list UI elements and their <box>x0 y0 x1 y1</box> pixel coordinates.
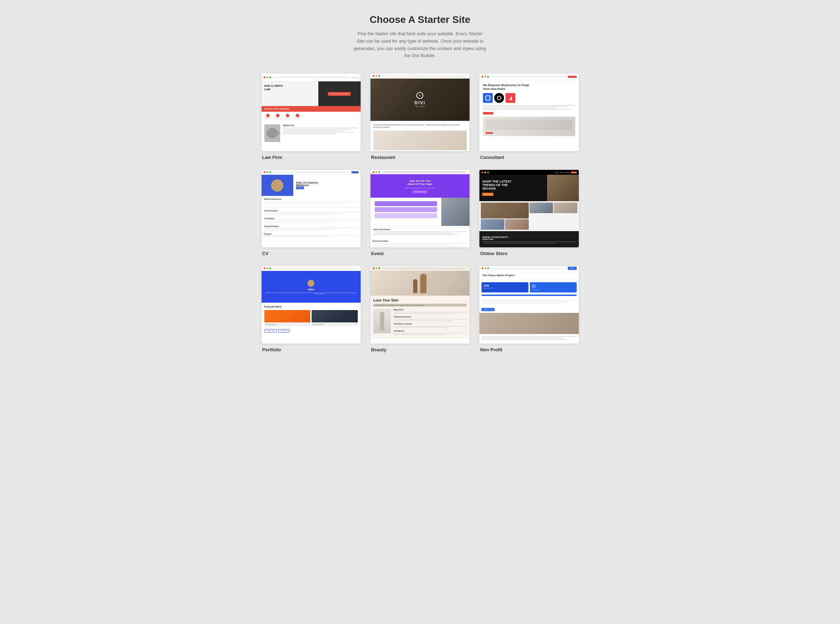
lf-hero: DOE & SMITHLAW GET A FREE CONSULTATION <box>261 81 360 106</box>
cv-contact-btn: CONTACT <box>296 186 304 189</box>
page-header: Choose A Starter Site Pick the starter s… <box>7 14 833 60</box>
card-online-store[interactable]: HOME SHOP ABOUT SHOP THE LATESTTRENDS OF… <box>480 170 579 256</box>
cv-exp: Senior Designer UX Designer Product Desi… <box>261 207 360 241</box>
beauty-content: Love Your Skin ★ Beautiful skin · Not a … <box>370 296 470 338</box>
np-stat-1: 1SM Gallons Per Mo. <box>481 282 528 292</box>
card-preview-restaurant: D DIVI — EST. 2021 — An award-winning di… <box>370 74 470 151</box>
beauty-marquee: ★ Beautiful skin · Not a Beautiful skin … <box>373 304 467 307</box>
cons-shapes <box>483 93 575 103</box>
cv-name: Hello, I'm CameronWilliamson <box>296 181 358 186</box>
card-preview-cv: Hello, I'm CameronWilliamson CONTACT Wor… <box>261 170 360 247</box>
np-stat-label-2: Communities <box>532 289 575 291</box>
os-hero: SHOP THE LATESTTRENDS OF THESEASON SHOP … <box>480 175 579 201</box>
np-stat-2: Communities <box>530 282 577 292</box>
card-preview-beauty: Love Your Skin ★ Beautiful skin · Not a … <box>370 266 470 343</box>
beauty-top <box>370 266 470 271</box>
card-event[interactable]: Join Us For TheEvent Of The Year! A spec… <box>370 170 470 256</box>
beauty-vitamin: Vitamin Enriched <box>394 316 467 318</box>
port-hero: Hello! My name is Brian, I'm a Senior Pr… <box>261 271 360 303</box>
ev-top <box>370 170 470 175</box>
rest-body: An award-winning dining experience in th… <box>370 121 470 151</box>
np-bottom <box>480 334 579 343</box>
lf-title: DOE & SMITHLAW <box>265 84 316 91</box>
card-consultant[interactable]: We Empower Businesses to ForgeTheir Own … <box>480 74 579 160</box>
port-item-2: Mirage Candle Co. <box>312 310 358 326</box>
cv-hero-right: Hello, I'm CameronWilliamson CONTACT <box>293 175 360 196</box>
os-banner: WHERE FASHION MEETSFUNCTION <box>480 231 579 247</box>
port-view-btn: VIEW ALL WORK <box>265 329 277 333</box>
np-donate-btn-top: DONATE <box>568 267 576 270</box>
card-label-beauty: Beauty <box>370 347 470 352</box>
port-btns: VIEW ALL WORK CONTACT ME <box>261 329 360 335</box>
lf-consult-btn: GET A FREE CONSULTATION <box>328 92 351 96</box>
beauty-hero-img <box>370 271 470 296</box>
port-item-1-label: Trendy Beauty Co. <box>265 323 311 326</box>
os-hero-title: SHOP THE LATESTTRENDS OF THESEASON <box>482 180 544 191</box>
np-hands-img <box>480 313 579 334</box>
port-top <box>261 266 360 271</box>
ev-hero: Join Us For TheEvent Of The Year! A spec… <box>370 175 470 198</box>
card-law-firm[interactable]: DOE & SMITHLAW GET A FREE CONSULTATION W… <box>261 74 360 160</box>
ev-schedule-title: Event Schedule <box>373 240 467 242</box>
os-hero-left: SHOP THE LATESTTRENDS OF THESEASON SHOP … <box>480 175 547 201</box>
card-non-profit[interactable]: DONATE The Clean Water Project 1SM Gallo… <box>480 266 579 352</box>
lf-hero-left: DOE & SMITHLAW <box>261 81 318 106</box>
cons-laptop-img <box>483 117 575 136</box>
ev-hero-title: Join Us For TheEvent Of The Year! <box>407 179 433 186</box>
cons-text-block <box>483 105 575 110</box>
cons-hero-title: We Empower Businesses to ForgeTheir Own … <box>483 83 575 91</box>
beauty-product: Why Divi? Vitamin Enriched Attentive to … <box>373 309 467 336</box>
np-donate-btn: DONATE NOW <box>481 308 495 311</box>
starter-site-grid: DOE & SMITHLAW GET A FREE CONSULTATION W… <box>261 74 579 352</box>
cv-hero: Hello, I'm CameronWilliamson CONTACT <box>261 175 360 196</box>
window-dot-yellow <box>266 76 268 78</box>
beauty-natural: All Natural <box>394 330 467 332</box>
np-btn-row <box>480 295 579 299</box>
window-dot-green <box>269 76 271 78</box>
beauty-detail: Attentive to Detail <box>394 323 467 325</box>
lf-gavel-img <box>265 124 280 142</box>
ev-hero-btn: REGISTER NOW <box>412 190 428 193</box>
np-top: DONATE <box>480 266 579 271</box>
card-label-consultant: Consultant <box>480 155 579 160</box>
rest-hero-overlay: D DIVI — EST. 2021 — <box>414 92 427 108</box>
port-featured: Featured Work Trendy Beauty Co. Mirage C… <box>261 303 360 329</box>
beauty-banner-text: ★ Beautiful skin · Not a Beautiful skin … <box>375 304 425 306</box>
card-beauty[interactable]: Love Your Skin ★ Beautiful skin · Not a … <box>370 266 470 352</box>
card-label-cv: CV <box>261 251 360 256</box>
ev-hero-sub: A spectacular gathering you won't want t… <box>405 187 435 189</box>
cons-hero: We Empower Businesses to ForgeTheir Own … <box>480 80 579 139</box>
card-cv[interactable]: Hello, I'm CameronWilliamson CONTACT Wor… <box>261 170 360 256</box>
ev-people-section <box>441 198 470 226</box>
page-title: Choose A Starter Site <box>7 14 833 25</box>
card-preview-non-profit: DONATE The Clean Water Project 1SM Gallo… <box>480 266 579 343</box>
card-label-portfolio: Portfolio <box>261 347 360 352</box>
np-mission-stats: 1SM Gallons Per Mo. Communities <box>480 280 579 295</box>
port-item-1: Trendy Beauty Co. <box>265 310 311 326</box>
port-hero-title: Hello! <box>307 288 314 291</box>
card-portfolio[interactable]: Hello! My name is Brian, I'm a Senior Pr… <box>261 266 360 352</box>
port-work-grid: Trendy Beauty Co. Mirage Candle Co. <box>265 310 358 326</box>
port-feat-title: Featured Work <box>265 306 358 308</box>
card-preview-law-firm: DOE & SMITHLAW GET A FREE CONSULTATION W… <box>261 74 360 151</box>
port-contact-btn: CONTACT ME <box>278 329 289 333</box>
np-hero-title: The Clean Water Project <box>480 271 579 280</box>
port-hero-text: My name is Brian, I'm a Senior Product D… <box>266 292 356 294</box>
card-preview-online-store: HOME SHOP ABOUT SHOP THE LATESTTRENDS OF… <box>480 170 579 247</box>
rest-nav <box>370 74 470 79</box>
cons-top <box>480 74 579 80</box>
rest-dining-img <box>373 131 467 150</box>
ev-content-left <box>370 198 441 226</box>
lf-about: ABOUT US <box>261 122 360 144</box>
port-item-2-label: Mirage Candle Co. <box>312 323 358 326</box>
lf-icons <box>261 112 360 122</box>
card-restaurant[interactable]: D DIVI — EST. 2021 — An award-winning di… <box>370 74 470 160</box>
cv-avatar <box>271 179 283 192</box>
cv-hero-left <box>261 175 293 196</box>
cv-section-title: Work Experience <box>265 198 358 200</box>
os-product-grid <box>480 201 579 231</box>
np-stat-num-1: 1SM <box>483 284 527 287</box>
window-dot-red <box>264 76 265 78</box>
os-shop-btn: SHOP NOW <box>482 193 493 196</box>
port-avatar <box>307 280 314 287</box>
